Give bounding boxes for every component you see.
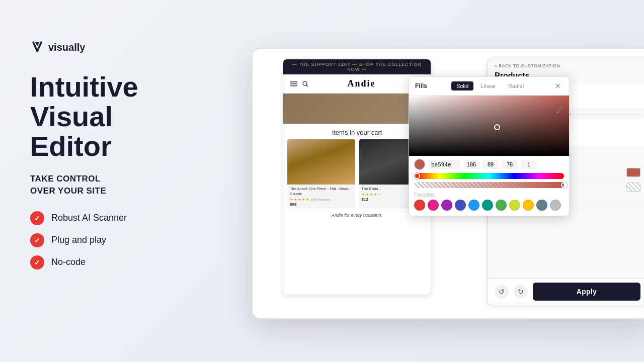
alpha-slider-row bbox=[409, 181, 569, 192]
swatch-4[interactable] bbox=[468, 200, 479, 211]
reviews-count-1: 1564 Reviews bbox=[311, 198, 330, 201]
product-name-1: The Amalfi One Piece - Flat - Black - Cl… bbox=[290, 187, 353, 197]
shop-logo: Andie bbox=[347, 78, 375, 89]
eyedropper-button[interactable]: 🖊 bbox=[555, 106, 564, 115]
swatch-10[interactable] bbox=[550, 200, 561, 211]
browser-mockup: — THE SUPPORT EDIT — SHOP THE COLLECTION… bbox=[252, 48, 644, 319]
inactive-bg-swatch[interactable] bbox=[626, 183, 640, 192]
hue-slider[interactable] bbox=[414, 173, 564, 179]
alpha-cursor bbox=[561, 182, 567, 188]
swatch-0[interactable] bbox=[414, 200, 425, 211]
feature-item-1: Robust AI Scanner bbox=[30, 211, 221, 225]
search-icon bbox=[302, 81, 308, 87]
picker-tabs: Solid Linear Radial bbox=[451, 81, 529, 90]
logo: visually bbox=[30, 40, 221, 54]
gradient-container: 🖊 bbox=[409, 96, 569, 156]
tab-solid[interactable]: Solid bbox=[451, 81, 473, 90]
product-price-1: $98 bbox=[290, 202, 353, 207]
logo-icon bbox=[30, 40, 44, 54]
svg-line-4 bbox=[306, 85, 308, 86]
hue-cursor bbox=[414, 173, 420, 179]
feature-item-3: No-code bbox=[30, 255, 221, 269]
menu-icon bbox=[290, 81, 297, 86]
left-panel: visually IntuitiveVisualEditor TAKE CONT… bbox=[30, 40, 221, 269]
feature-label-1: Robust AI Scanner bbox=[51, 213, 127, 223]
hex-input[interactable] bbox=[428, 160, 460, 169]
color-preview bbox=[414, 159, 425, 170]
swatch-7[interactable] bbox=[509, 200, 520, 211]
headline: IntuitiveVisualEditor bbox=[30, 72, 221, 161]
gradient-selector-dot[interactable] bbox=[494, 124, 500, 130]
svg-point-3 bbox=[303, 81, 307, 85]
picker-close-button[interactable]: ✕ bbox=[553, 81, 563, 91]
feature-label-3: No-code bbox=[51, 257, 86, 267]
swatch-9[interactable] bbox=[536, 200, 547, 211]
picker-header: Fills Solid Linear Radial ✕ bbox=[409, 77, 569, 96]
feature-label-2: Plug and play bbox=[51, 235, 106, 245]
color-picker-popup: Fills Solid Linear Radial ✕ 🖊 bbox=[409, 76, 570, 216]
editor-back-button[interactable]: BACK TO CUSTOMIZATION bbox=[488, 59, 644, 70]
g-input[interactable] bbox=[482, 160, 499, 169]
favorites-label: Favorites bbox=[409, 192, 569, 200]
product-info-1: The Amalfi One Piece - Flat - Black - Cl… bbox=[287, 185, 355, 209]
svg-rect-0 bbox=[290, 81, 297, 82]
alpha-slider[interactable] bbox=[414, 182, 564, 188]
swatch-5[interactable] bbox=[482, 200, 493, 211]
tab-linear[interactable]: Linear bbox=[475, 81, 501, 90]
svg-rect-2 bbox=[290, 85, 297, 86]
swatch-3[interactable] bbox=[455, 200, 466, 211]
tab-radial[interactable]: Radial bbox=[503, 81, 529, 90]
svg-rect-1 bbox=[290, 83, 297, 84]
active-bg-swatch[interactable] bbox=[626, 168, 640, 177]
logo-text: visually bbox=[48, 42, 85, 53]
a-input[interactable] bbox=[521, 160, 537, 169]
swatch-1[interactable] bbox=[428, 200, 439, 211]
shop-banner: — THE SUPPORT EDIT — SHOP THE COLLECTION… bbox=[283, 59, 431, 74]
picker-title: Fills bbox=[415, 82, 427, 89]
apply-button[interactable]: Apply bbox=[533, 283, 640, 301]
picker-values-row bbox=[409, 156, 569, 172]
check-icon-2 bbox=[30, 233, 44, 247]
color-gradient-area[interactable] bbox=[409, 96, 569, 156]
feature-list: Robust AI Scanner Plug and play No-code bbox=[30, 211, 221, 269]
swatch-8[interactable] bbox=[523, 200, 534, 211]
check-icon-1 bbox=[30, 211, 44, 225]
swatch-2[interactable] bbox=[441, 200, 452, 211]
undo-button[interactable]: ↺ bbox=[495, 285, 509, 299]
product-image-1 bbox=[287, 139, 355, 185]
feature-item-2: Plug and play bbox=[30, 233, 221, 247]
subheadline: TAKE CONTROLOVER YOUR SITE bbox=[30, 173, 221, 197]
check-icon-3 bbox=[30, 255, 44, 269]
editor-actions: ↺ ↻ Apply bbox=[488, 278, 644, 305]
hue-slider-row bbox=[409, 172, 569, 181]
swatch-6[interactable] bbox=[496, 200, 507, 211]
color-swatches-row bbox=[409, 200, 569, 216]
product-card-1: The Amalfi One Piece - Flat - Black - Cl… bbox=[287, 139, 355, 209]
redo-button[interactable]: ↻ bbox=[514, 285, 528, 299]
shop-nav-left bbox=[290, 81, 308, 87]
product-stars-1: ★ ★ ★ ★ ★ 1564 Reviews bbox=[290, 198, 353, 202]
b-input[interactable] bbox=[502, 160, 518, 169]
r-input[interactable] bbox=[463, 160, 479, 169]
